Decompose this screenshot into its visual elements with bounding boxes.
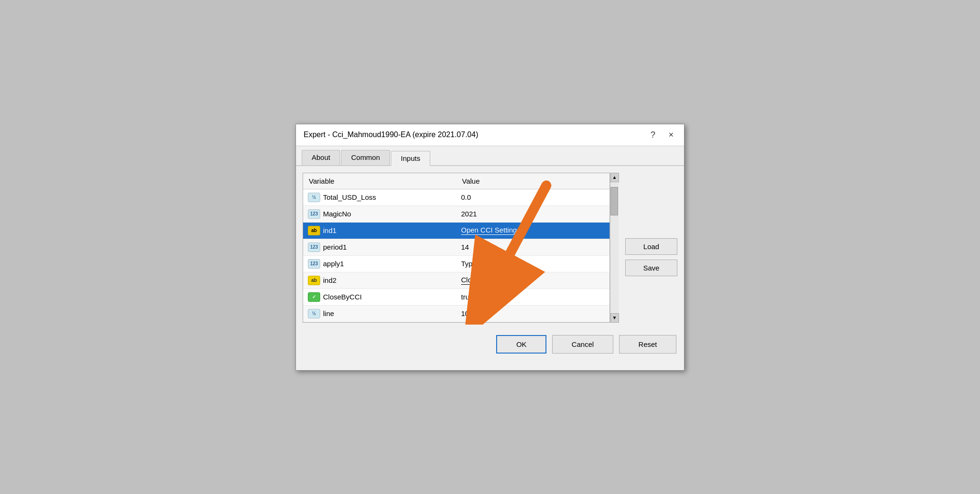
var-name: apply1 [323, 260, 344, 268]
icon-123: 123 [308, 242, 320, 252]
table-row[interactable]: 123 period1 14 [303, 239, 610, 255]
reset-button[interactable]: Reset [619, 335, 676, 354]
icon-ab: ab [308, 226, 320, 235]
var-name: MagicNo [323, 210, 351, 218]
cell-variable: 123 MagicNo [308, 209, 452, 219]
expert-dialog: Expert - Cci_Mahmoud1990-EA (expire 2021… [296, 124, 684, 371]
icon-123: 123 [308, 259, 320, 269]
scroll-up-button[interactable]: ▲ [610, 173, 619, 182]
var-name: Total_USD_Loss [323, 193, 376, 201]
scroll-down-button[interactable]: ▼ [610, 313, 619, 323]
var-value: true [456, 289, 610, 305]
tab-about[interactable]: About [302, 150, 340, 165]
params-table: Variable Value ½ Total_USD_Loss [303, 173, 610, 322]
icon-123: 123 [308, 209, 320, 219]
table-wrapper: Variable Value ½ Total_USD_Loss [303, 173, 619, 323]
var-name: CloseByCCI [323, 293, 362, 301]
var-value: 2021 [456, 205, 610, 222]
title-bar: Expert - Cci_Mahmoud1990-EA (expire 2021… [296, 124, 684, 146]
scrollbar[interactable]: ▲ ▼ [610, 173, 619, 323]
cell-variable: 123 apply1 [308, 259, 452, 269]
content-area: Variable Value ½ Total_USD_Loss [296, 166, 684, 329]
col-value: Value [456, 173, 610, 189]
cell-variable: ✓ CloseByCCI [308, 292, 452, 302]
load-button[interactable]: Load [625, 238, 677, 255]
icon-v2: ½ [308, 193, 320, 202]
var-value: 100.0 [456, 305, 610, 322]
side-buttons: Load Save [625, 173, 677, 323]
var-value: Close CCI Settings [461, 276, 521, 285]
cell-variable: ½ line [308, 309, 452, 318]
var-name: ind1 [323, 226, 336, 234]
title-icons: ? × [647, 129, 676, 141]
bottom-buttons: OK Cancel Reset [296, 329, 684, 361]
table-row-selected[interactable]: ab ind1 Open CCI Settings [303, 222, 610, 239]
var-name: ind2 [323, 276, 336, 284]
var-value: 14 [456, 239, 610, 255]
cell-variable: 123 period1 [308, 242, 452, 252]
table-row[interactable]: 123 apply1 Typical price [303, 255, 610, 272]
cell-variable: ½ Total_USD_Loss [308, 193, 452, 202]
cancel-button[interactable]: Cancel [552, 335, 613, 354]
ok-button[interactable]: OK [496, 335, 546, 354]
table-container: Variable Value ½ Total_USD_Loss [303, 173, 610, 323]
icon-ab: ab [308, 276, 320, 285]
var-value: 0.0 [456, 189, 610, 205]
scroll-thumb[interactable] [610, 187, 618, 215]
dialog-title: Expert - Cci_Mahmoud1990-EA (expire 2021… [304, 130, 478, 139]
icon-v2: ½ [308, 309, 320, 318]
help-button[interactable]: ? [647, 129, 658, 141]
table-row[interactable]: 123 MagicNo 2021 [303, 205, 610, 222]
tab-inputs[interactable]: Inputs [391, 151, 430, 166]
save-button[interactable]: Save [625, 260, 677, 276]
table-row[interactable]: ab ind2 Close CCI Settings [303, 272, 610, 289]
cell-variable: ab ind2 [308, 276, 452, 285]
scroll-track[interactable] [610, 182, 619, 313]
col-variable: Variable [303, 173, 456, 189]
var-value: Typical price [456, 255, 610, 272]
var-value: Open CCI Settings [461, 226, 520, 235]
cell-variable: ab ind1 [308, 226, 452, 235]
tabs-row: About Common Inputs [296, 146, 684, 166]
close-button[interactable]: × [666, 129, 676, 141]
tab-common[interactable]: Common [341, 150, 390, 165]
var-name: line [323, 309, 334, 317]
var-name: period1 [323, 243, 347, 251]
table-row[interactable]: ½ Total_USD_Loss 0.0 [303, 189, 610, 205]
table-row[interactable]: ✓ CloseByCCI true [303, 289, 610, 305]
icon-green: ✓ [308, 292, 320, 302]
table-outer: Variable Value ½ Total_USD_Loss [303, 173, 619, 323]
table-row[interactable]: ½ line 100.0 [303, 305, 610, 322]
